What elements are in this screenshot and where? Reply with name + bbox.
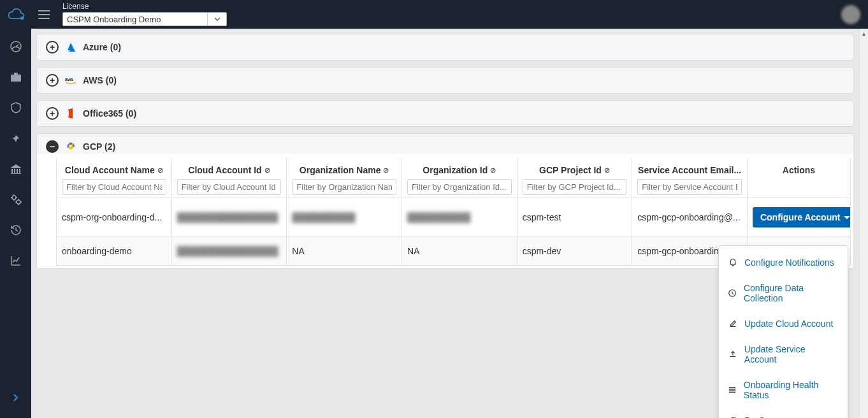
avatar[interactable] [841, 5, 860, 24]
briefcase-icon[interactable] [10, 71, 22, 83]
office365-icon [65, 108, 76, 119]
pin-icon[interactable] [10, 132, 22, 145]
provider-label: GCP (2) [83, 141, 115, 152]
svg-rect-2 [11, 75, 21, 82]
dashboard-icon[interactable] [10, 40, 22, 53]
configure-account-menu: Configure Notifications Configure Data C… [718, 245, 848, 418]
sort-icon: ⊘ [490, 166, 496, 175]
col-organization-id[interactable]: Organization Id ⊘ [401, 159, 517, 198]
cell-account-id: ████████████████ [171, 198, 287, 237]
cell-actions: Configure Account [747, 198, 850, 237]
edit-icon [728, 319, 738, 329]
shield-icon[interactable] [10, 101, 22, 114]
sort-icon: ⊘ [264, 166, 270, 175]
license-select-value: CSPM Onboarding Demo [63, 15, 207, 24]
provider-label: AWS (0) [83, 75, 117, 85]
sidebar-expand-icon[interactable] [11, 392, 20, 405]
svg-rect-8 [729, 387, 736, 389]
menu-update-cloud-account[interactable]: Update Cloud Account [719, 311, 848, 336]
license-label: License [62, 3, 227, 10]
svg-point-0 [20, 16, 24, 19]
svg-rect-10 [729, 392, 736, 393]
provider-row-office365[interactable]: + Office365 (0) [36, 100, 854, 127]
filter-organization-id[interactable] [407, 179, 512, 195]
collapse-icon: − [46, 140, 59, 153]
cell-org-id: NA [401, 237, 517, 266]
cell-project-id: cspm-test [517, 198, 632, 237]
col-cloud-account-id[interactable]: Cloud Account Id ⊘ [171, 159, 287, 198]
menu-rescan[interactable]: Re-Scan [719, 408, 848, 418]
cell-project-id: cspm-dev [517, 237, 632, 266]
sort-icon: ⊘ [604, 166, 610, 175]
gears-icon[interactable] [10, 193, 22, 206]
provider-row-azure[interactable]: + Azure (0) [36, 34, 854, 61]
menu-configure-notifications[interactable]: Configure Notifications [719, 250, 848, 275]
provider-row-aws[interactable]: + aws AWS (0) [36, 67, 854, 94]
scroll-up-icon[interactable]: ▴ [860, 29, 868, 38]
filter-cloud-account-id[interactable] [177, 179, 282, 195]
license-select[interactable]: CSPM Onboarding Demo [62, 12, 227, 26]
cell-account-name: onboarding-demo [57, 237, 172, 266]
clock-icon [728, 288, 737, 298]
filter-cloud-account-name[interactable] [62, 179, 166, 195]
col-cloud-account-name[interactable]: Cloud Account Name ⊘ [57, 159, 172, 198]
cell-org-name: NA [287, 237, 402, 266]
chart-icon[interactable] [10, 254, 22, 267]
cell-account-name: cspm-org-onboarding-d... [57, 198, 172, 237]
col-gcp-project-id[interactable]: GCP Project Id ⊘ [517, 159, 632, 198]
gcp-icon [65, 141, 76, 152]
col-actions: Actions [747, 159, 850, 198]
provider-label: Azure (0) [83, 42, 121, 52]
history-icon[interactable] [10, 224, 22, 236]
menu-configure-data-collection[interactable]: Configure Data Collection [719, 275, 848, 311]
menu-onboarding-health-status[interactable]: Onboarding Health Status [719, 372, 848, 408]
menu-toggle[interactable] [38, 7, 54, 22]
list-icon [728, 385, 737, 395]
azure-icon [65, 41, 76, 53]
svg-point-4 [12, 196, 16, 199]
configure-account-button[interactable]: Configure Account [753, 207, 851, 227]
sort-icon: ⊘ [383, 166, 389, 175]
filter-service-account-email[interactable] [637, 179, 742, 195]
chevron-down-icon[interactable] [207, 13, 226, 25]
svg-point-5 [17, 200, 20, 204]
filter-organization-name[interactable] [292, 179, 396, 195]
sort-icon: ⊘ [157, 166, 163, 175]
bell-icon [728, 257, 738, 268]
refresh-icon [728, 415, 738, 418]
table-row: cspm-org-onboarding-d... ███████████████… [57, 198, 851, 237]
provider-label: Office365 (0) [83, 108, 136, 119]
col-organization-name[interactable]: Organization Name ⊘ [287, 159, 402, 198]
filter-gcp-project-id[interactable] [523, 179, 627, 195]
svg-rect-3 [14, 73, 18, 75]
cell-service-email: cspm-gcp-onboarding@... [632, 198, 748, 237]
svg-text:aws: aws [65, 77, 73, 82]
expand-icon: + [46, 107, 59, 120]
vertical-scrollbar[interactable]: ▴ [859, 29, 868, 418]
menu-update-service-account[interactable]: Update Service Account [719, 336, 848, 372]
aws-icon: aws [65, 75, 76, 86]
left-sidebar [0, 29, 31, 418]
col-service-account-email[interactable]: Service Account Email... [632, 159, 748, 198]
app-logo [5, 3, 28, 26]
cell-org-id: ██████████ [401, 198, 517, 237]
upload-icon [728, 349, 738, 359]
svg-rect-9 [729, 389, 736, 391]
topbar: License CSPM Onboarding Demo [0, 0, 868, 29]
expand-icon: + [46, 41, 59, 54]
cell-org-name: ██████████ [287, 198, 402, 237]
license-selector-block: License CSPM Onboarding Demo [62, 3, 227, 26]
institution-icon[interactable] [10, 162, 22, 175]
expand-icon: + [46, 74, 59, 87]
cell-account-id: ████████████████ [171, 237, 287, 266]
chevron-down-icon [844, 216, 850, 219]
